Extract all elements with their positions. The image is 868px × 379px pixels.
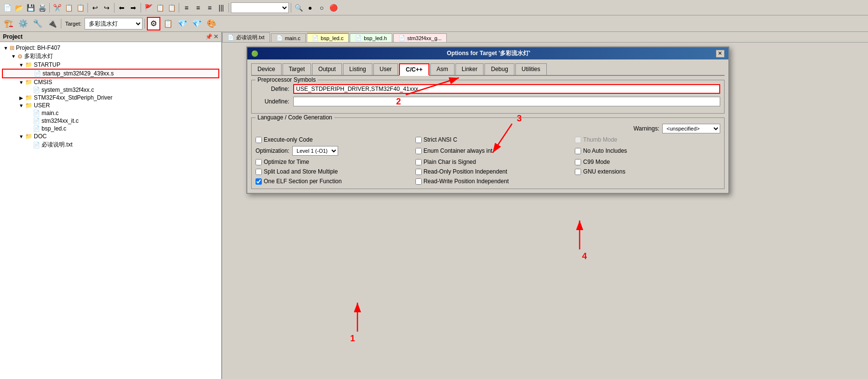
warnings-combo[interactable]: <unspecified> All Warnings No Warnings [662,124,720,133]
tree-item-readme[interactable]: 📄 必读说明.txt [2,140,219,149]
new-file-btn[interactable]: 📄 [2,2,13,13]
record-btn[interactable]: ● [305,2,315,13]
build-all-btn[interactable]: 🏗️ [2,17,15,30]
enum-container-cb[interactable] [415,148,422,154]
tree-item-bspled[interactable]: 📄 bsp_led.c [2,125,219,132]
split-load-cb[interactable] [256,169,262,175]
expand-user[interactable]: ▼ [17,103,25,108]
expand-root[interactable]: ▼ [2,45,10,51]
tab-listing[interactable]: Listing [343,63,372,75]
read-only-pos-row[interactable]: Read-Only Position Independent [415,168,561,175]
optimize-combo[interactable]: Level 1 (-O1) Level 0 (-O0) Level 2 (-O2… [292,146,338,156]
tree-label-doc: DOC [34,133,47,140]
tree-item-system[interactable]: 📄 system_stm32f4xx.c [2,86,219,94]
copy-flash-btn[interactable]: 📋 [161,17,175,30]
nav1-btn[interactable]: 📋 [155,2,165,13]
nav2-btn[interactable]: 📋 [166,2,177,13]
paste-btn[interactable]: 📋 [75,2,85,13]
search-icon[interactable]: 🔍 [293,2,304,13]
pin-icon[interactable]: 📌 [205,33,213,40]
tab-output[interactable]: Output [312,63,342,75]
align3-btn[interactable]: ≡ [204,2,215,13]
tab-debug[interactable]: Debug [484,63,514,75]
split-load-row[interactable]: Split Load and Store Multiple [256,168,401,175]
thumb-mode-cb[interactable] [575,137,581,143]
define-input[interactable] [293,84,720,94]
read-write-pos-row[interactable]: Read-Write Position Independent [415,178,561,185]
tab-utilities[interactable]: Utilities [515,63,547,75]
strict-ansi-row[interactable]: Strict ANSI C [415,136,561,143]
gem2-btn[interactable]: 💎 [190,17,204,30]
undo-btn[interactable]: ↩ [90,2,100,13]
plain-char-row[interactable]: Plain Char is Signed [415,159,561,165]
align1-btn[interactable]: ≡ [181,2,192,13]
tree-item-doc[interactable]: ▼ 📁 DOC [2,132,219,140]
tab-device[interactable]: Device [251,63,282,75]
save-btn[interactable]: 💾 [25,2,36,13]
bookmark-btn[interactable]: 🚩 [143,2,154,13]
tab-cpp[interactable]: C/C++ [399,63,429,76]
tree-item-colorled[interactable]: ▼ ⚙ 多彩流水灯 [2,52,219,61]
tree-item-stdperiph[interactable]: ▶ 📁 STM32F4xx_StdPeriph_Driver [2,94,219,102]
col-btn[interactable]: ||| [216,2,227,13]
c99-mode-cb[interactable] [575,159,581,165]
strict-ansi-cb[interactable] [415,137,422,143]
gnu-ext-row[interactable]: GNU extensions [575,168,720,175]
read-write-pos-cb[interactable] [415,178,422,185]
palette-btn[interactable]: 🎨 [205,17,218,30]
expand-cmsis[interactable]: ▼ [17,80,25,85]
svg-text:1: 1 [350,334,355,343]
dialog-close-btn[interactable]: ✕ [716,50,725,58]
redo-btn[interactable]: ↪ [101,2,112,13]
chip-btn[interactable]: 🔌 [45,17,59,30]
tree-item-root[interactable]: ▼ ⊞ Project: BH-F407 [2,44,219,52]
no-auto-includes-cb[interactable] [575,148,581,154]
undefine-input[interactable] [293,97,720,106]
gnu-ext-cb[interactable] [575,169,581,175]
enum-container-row[interactable]: Enum Container always int [415,147,561,154]
expand-startup[interactable]: ▼ [17,62,25,68]
hse-value-combo[interactable]: HSE_VALUE [231,2,289,13]
one-elf-row[interactable]: One ELF Section per Function [256,178,401,185]
align2-btn[interactable]: ≡ [193,2,203,13]
no-auto-includes-row[interactable]: No Auto Includes [575,147,720,154]
debug2-btn[interactable]: 🔧 [31,17,44,30]
strict-ansi-label: Strict ANSI C [424,136,457,143]
grid-btn[interactable]: ⚙️ [16,17,30,30]
c99-mode-row[interactable]: C99 Mode [575,159,720,165]
expand-colorled[interactable]: ▼ [10,54,17,59]
read-only-pos-cb[interactable] [415,169,422,175]
tab-target[interactable]: Target [283,63,311,75]
execute-only-cb[interactable] [256,137,262,143]
tree-item-stm32it[interactable]: 📄 stm32f4xx_it.c [2,117,219,125]
tab-linker[interactable]: Linker [455,63,484,75]
execute-only-row[interactable]: Execute-only Code [256,136,401,143]
expand-stdperiph[interactable]: ▶ [17,95,25,101]
tree-item-startup-file[interactable]: 📄 startup_stm32f429_439xx.s [2,69,219,78]
forward-btn[interactable]: ➡ [128,2,139,13]
one-elf-cb[interactable] [256,178,262,185]
tab-user[interactable]: User [373,63,398,75]
tree-item-main[interactable]: 📄 main.c [2,109,219,117]
thumb-mode-row[interactable]: Thumb Mode [575,136,720,143]
plain-char-cb[interactable] [415,159,422,165]
tab-asm[interactable]: Asm [430,63,455,75]
tree-item-startup[interactable]: ▼ 📁 STARTUP [2,61,219,69]
open-btn[interactable]: 📂 [14,2,24,13]
optimize-time-cb[interactable] [256,159,262,165]
expand-doc[interactable]: ▼ [17,134,25,139]
stop-btn[interactable]: ○ [316,2,327,13]
copy-btn[interactable]: 📋 [63,2,74,13]
back-btn[interactable]: ⬅ [116,2,127,13]
close-panel-icon[interactable]: ✕ [213,33,218,40]
target-options-btn[interactable]: ⚙ [147,17,160,30]
target-name-combo[interactable]: 多彩流水灯 [85,18,142,29]
print-btn[interactable]: 🖨️ [37,2,47,13]
gem1-btn[interactable]: 💎 [176,17,189,30]
tree-item-cmsis[interactable]: ▼ 📁 CMSIS [2,78,219,86]
cut-btn[interactable]: ✂️ [52,2,62,13]
optimize-time-row[interactable]: Optimize for Time [256,159,401,165]
tree-item-user[interactable]: ▼ 📁 USER [2,102,219,109]
tree-label-main: main.c [42,110,58,117]
debug-btn[interactable]: 🔴 [328,2,339,13]
